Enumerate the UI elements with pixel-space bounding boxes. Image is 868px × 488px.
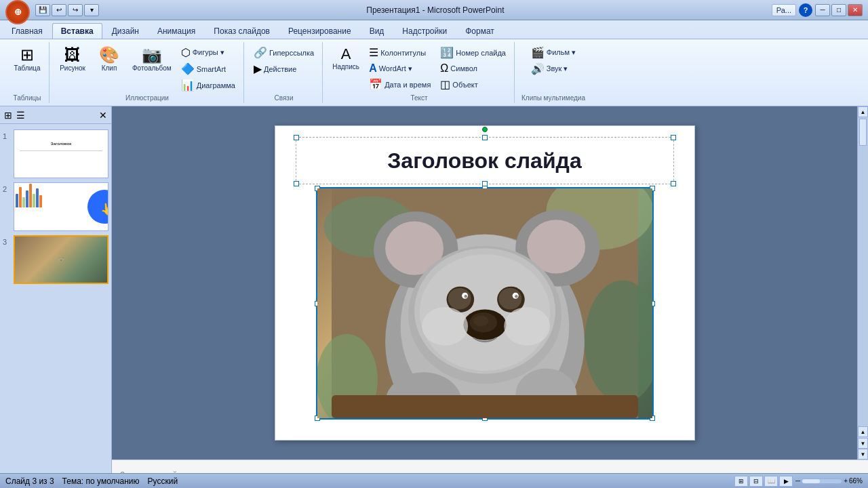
chart-button[interactable]: 📊 Диаграмма xyxy=(178,77,238,93)
slide-workspace[interactable]: Заголовок слайда xyxy=(112,106,857,460)
photoalbum-button[interactable]: 📷 Фотоальбом xyxy=(130,45,174,74)
tab-addins[interactable]: Надстройки xyxy=(393,23,456,39)
scroll-section-down[interactable]: ▼ xyxy=(858,438,868,449)
tab-view[interactable]: Вид xyxy=(361,23,393,39)
minimize-button[interactable]: ─ xyxy=(815,4,830,16)
scroll-section-up[interactable]: ▲ xyxy=(858,426,868,437)
close-button[interactable]: ✕ xyxy=(848,4,863,16)
ribbon-group-media: 🎬 Фильм ▾ 🔊 Звук ▾ Клипы мультимедиа xyxy=(516,42,591,103)
tab-insert[interactable]: Вставка xyxy=(52,23,102,39)
zoom-in-button[interactable]: + xyxy=(844,477,848,485)
office-button[interactable]: ⊕ xyxy=(5,0,30,24)
scroll-track[interactable] xyxy=(858,117,868,426)
tab-animation[interactable]: Анимация xyxy=(149,23,204,39)
wordart-icon: A xyxy=(369,62,377,75)
clip-button[interactable]: 🎨 Клип xyxy=(93,45,125,74)
theme-info: Тема: по умолчанию xyxy=(62,476,140,486)
tab-home[interactable]: Главная xyxy=(3,23,52,39)
slide-number-button[interactable]: 🔢 Номер слайда xyxy=(437,45,509,60)
help-button[interactable]: ? xyxy=(799,3,812,17)
shapes-icon: ⬡ xyxy=(181,46,191,59)
sound-button[interactable]: 🔊 Звук ▾ xyxy=(528,61,578,77)
textbox-button[interactable]: A Надпись xyxy=(330,45,362,73)
symbol-button[interactable]: Ω Символ xyxy=(437,61,509,76)
action-button[interactable]: ▶ Действие xyxy=(251,61,317,77)
tab-design[interactable]: Дизайн xyxy=(103,23,148,39)
text-col2: 🔢 Номер слайда Ω Символ ◫ Объект xyxy=(437,45,509,92)
sound-label: Звук ▾ xyxy=(547,64,568,73)
ra-button[interactable]: Ра... xyxy=(772,4,796,16)
save-button[interactable]: 💾 xyxy=(35,4,50,16)
handle-tm[interactable] xyxy=(482,135,488,140)
handle-tl[interactable] xyxy=(294,135,299,140)
media-items: 🎬 Фильм ▾ 🔊 Звук ▾ xyxy=(528,42,578,93)
svg-point-25 xyxy=(422,307,468,346)
shapes-label: Фигуры ▾ xyxy=(193,48,224,57)
scroll-down-button[interactable]: ▼ xyxy=(858,449,868,460)
cursor-pointer: 👆 xyxy=(99,201,108,218)
slide-title-text: Заголовок слайда xyxy=(387,148,581,174)
scrollbar-vertical[interactable]: ▲ ▲ ▼ ▼ xyxy=(857,106,868,460)
koala-preview: 🐨 xyxy=(58,257,64,263)
status-bar: Слайд 3 из 3 Тема: по умолчанию Русский … xyxy=(0,473,868,488)
handle-br[interactable] xyxy=(671,181,676,186)
object-button[interactable]: ◫ Объект xyxy=(437,77,509,92)
object-icon: ◫ xyxy=(440,78,450,91)
movie-button[interactable]: 🎬 Фильм ▾ xyxy=(528,45,578,60)
symbol-label: Символ xyxy=(450,64,477,73)
datetime-icon: 📅 xyxy=(369,78,382,91)
movie-icon: 🎬 xyxy=(531,46,545,59)
zoom-slider[interactable] xyxy=(802,479,842,484)
ribbon-content: ⊞ Таблица Таблицы 🖼 Рисунок 🎨 Клип 📷 xyxy=(0,39,868,106)
handle-tr[interactable] xyxy=(671,135,676,140)
ribbon-group-text: A Надпись ☰ Колонтитулы A WordArt ▾ 📅 Да… xyxy=(324,42,515,103)
text-items: A Надпись ☰ Колонтитулы A WordArt ▾ 📅 Да… xyxy=(330,42,509,93)
zoom-out-button[interactable]: ─ xyxy=(795,477,800,485)
customize-button[interactable]: ▾ xyxy=(84,4,99,16)
table-label: Таблица xyxy=(14,64,40,72)
svg-point-17 xyxy=(498,288,521,310)
slide-1-container: 1 Заголовок xyxy=(3,129,108,178)
content-area: Заголовок слайда xyxy=(112,106,868,488)
shapes-button[interactable]: ⬡ Фигуры ▾ xyxy=(178,45,238,60)
slide-3-thumb[interactable]: 🐨 xyxy=(14,235,108,284)
undo-button[interactable]: ↩ xyxy=(52,4,66,16)
rotate-handle[interactable] xyxy=(482,127,488,132)
zoom-level: 66% xyxy=(849,477,863,485)
smartart-button[interactable]: 🔷 SmartArt xyxy=(178,61,238,77)
view-buttons: ⊞ ⊟ 📖 ▶ xyxy=(734,476,793,487)
tab-slideshow[interactable]: Показ слайдов xyxy=(205,23,279,39)
slide-title-box[interactable]: Заголовок слайда xyxy=(296,137,674,184)
scroll-up-button[interactable]: ▲ xyxy=(858,106,868,117)
restore-button[interactable]: □ xyxy=(831,4,846,16)
slide-1-thumb[interactable]: Заголовок xyxy=(14,129,108,178)
scroll-thumb[interactable] xyxy=(859,119,867,146)
normal-view-button[interactable]: ⊞ xyxy=(734,476,748,487)
redo-button[interactable]: ↪ xyxy=(68,4,83,16)
reading-view-button[interactable]: 📖 xyxy=(764,476,778,487)
slide-2-thumb[interactable]: 👆 xyxy=(14,182,108,231)
tab-review[interactable]: Рецензирование xyxy=(279,23,360,39)
datetime-label: Дата и время xyxy=(384,81,431,89)
object-label: Объект xyxy=(452,81,477,89)
wordart-button[interactable]: A WordArt ▾ xyxy=(366,61,433,76)
slideshow-button[interactable]: ▶ xyxy=(779,476,793,487)
header-footer-button[interactable]: ☰ Колонтитулы xyxy=(366,45,433,60)
view-toggle-icon[interactable]: ⊞ xyxy=(3,108,14,122)
smartart-icon: 🔷 xyxy=(181,62,195,75)
slide-image-box[interactable] xyxy=(316,187,654,420)
close-panel-icon[interactable]: ✕ xyxy=(98,108,108,122)
list-view-icon[interactable]: ☰ xyxy=(15,108,26,122)
clip-label: Клип xyxy=(102,64,117,72)
table-button[interactable]: ⊞ Таблица xyxy=(11,45,43,74)
tables-items: ⊞ Таблица xyxy=(11,42,43,93)
slide-sorter-button[interactable]: ⊟ xyxy=(749,476,763,487)
language-info: Русский xyxy=(148,476,178,486)
picture-button[interactable]: 🖼 Рисунок xyxy=(56,45,89,74)
handle-bl[interactable] xyxy=(294,181,299,186)
tab-format[interactable]: Формат xyxy=(456,23,503,39)
picture-label: Рисунок xyxy=(60,64,85,72)
datetime-button[interactable]: 📅 Дата и время xyxy=(366,77,433,92)
text-col1: ☰ Колонтитулы A WordArt ▾ 📅 Дата и время xyxy=(366,45,433,92)
hyperlink-button[interactable]: 🔗 Гиперссылка xyxy=(251,45,317,60)
